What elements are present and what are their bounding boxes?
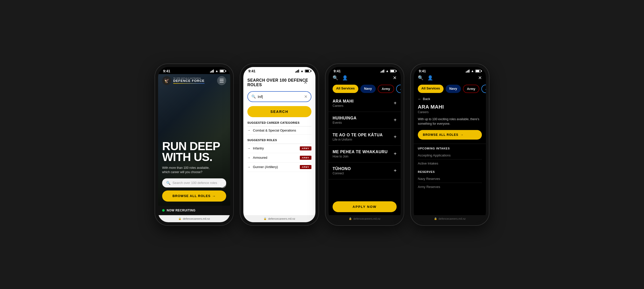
user-icon-4[interactable]: 👤 bbox=[427, 75, 433, 81]
menu-plus-1: + bbox=[394, 100, 397, 106]
chip-all-services-3[interactable]: All Services bbox=[333, 85, 358, 93]
search-bar-placeholder: Search over 100 defence roles bbox=[172, 181, 217, 185]
sub-item-accepting[interactable]: Accepting Applications bbox=[418, 151, 482, 159]
user-icon-3[interactable]: 👤 bbox=[342, 75, 348, 81]
back-link[interactable]: ← Back bbox=[414, 95, 486, 102]
url-bar-3: 🔒 defencecareers.mil.nz bbox=[329, 215, 401, 222]
sub-item-active[interactable]: Active Intakes bbox=[418, 159, 482, 167]
role-name-2: Armoured bbox=[253, 156, 297, 159]
menu-item-title-5: TŪHONO bbox=[333, 167, 351, 171]
signal-icon-2 bbox=[295, 70, 299, 73]
back-label: Back bbox=[423, 97, 430, 101]
reserves-section: RESERVES Navy Reserves Army Reserves bbox=[414, 169, 486, 192]
phone-2-search: 9:41 ▲ SEARCH OVER 100 DEFENCE ROLES ✕ bbox=[240, 64, 318, 225]
chip-airforce-4[interactable]: Air Force bbox=[481, 85, 486, 93]
url-text-2: defencecareers.mil.nz bbox=[268, 217, 295, 220]
role-name-3: Gunner (Artillery) bbox=[253, 165, 297, 169]
status-time-4: 9:41 bbox=[419, 69, 426, 73]
hero-search-bar[interactable]: 🔍 Search over 100 defence roles bbox=[162, 178, 226, 187]
suggested-roles-label: SUGGESTED ROLES bbox=[247, 139, 311, 144]
menu-item-huihuinga[interactable]: HUIHUINGA Events + bbox=[329, 112, 401, 129]
browse-all-roles-button-1[interactable]: BROWSE ALL ROLES → bbox=[162, 190, 226, 202]
chip-army-3[interactable]: Army bbox=[378, 85, 394, 93]
menu-item-ara-mahi[interactable]: ARA MAHI Careers + bbox=[329, 95, 401, 112]
menu-item-te-ao[interactable]: TE AO O TE OPE KĀTUA Life in Uniform + bbox=[329, 129, 401, 146]
chip-navy-3[interactable]: Navy bbox=[360, 85, 376, 93]
battery-icon-1 bbox=[220, 70, 225, 73]
menu-item-me-pehea[interactable]: ME PEHEA TE WHAKAURU How to Join + bbox=[329, 146, 401, 163]
signal-icon-4 bbox=[466, 70, 470, 73]
url-bar-1: 🔒 defencecareers.mil.nz bbox=[158, 215, 230, 222]
role-item-gunner[interactable]: → Gunner (Artillery) ARMY bbox=[247, 163, 311, 172]
status-bar-2: 9:41 ▲ bbox=[243, 67, 315, 74]
phone-4-ara-mahi: 9:41 ▲ 🔍 👤 ✕ All bbox=[411, 64, 489, 225]
filter-chips-3: All Services Navy Army Air Force bbox=[329, 83, 401, 95]
role-arrow-3: → bbox=[247, 165, 250, 169]
logo-title: DEFENCE FORCE bbox=[173, 79, 204, 83]
menu-item-left-5: TŪHONO Connect bbox=[333, 167, 351, 175]
role-item-armoured[interactable]: → Armoured ARMY bbox=[247, 153, 311, 163]
browse-btn-label-4: BROWSE ALL ROLES bbox=[423, 133, 458, 137]
menu-item-left-2: HUIHUINGA Events bbox=[333, 116, 357, 124]
modal-close-button[interactable]: ✕ bbox=[304, 80, 307, 85]
menu-item-subtitle-3: Life in Uniform bbox=[333, 138, 383, 141]
role-arrow-1: → bbox=[247, 147, 250, 150]
sub-item-navy-reserves[interactable]: Navy Reserves bbox=[418, 175, 482, 183]
modal-header: SEARCH OVER 100 DEFENCE ROLES ✕ bbox=[247, 78, 311, 87]
phone-3-menu: 9:41 ▲ 🔍 👤 ✕ All bbox=[326, 64, 404, 225]
close-icon-4[interactable]: ✕ bbox=[478, 75, 482, 81]
search-input-container[interactable]: 🔍 Inf| ✕ bbox=[247, 91, 311, 102]
lock-icon-2: 🔒 bbox=[264, 217, 267, 220]
status-time-2: 9:41 bbox=[248, 69, 255, 73]
role-badge-1: ARMY bbox=[300, 146, 312, 150]
chip-army-4[interactable]: Army bbox=[463, 85, 479, 93]
hamburger-menu[interactable] bbox=[217, 76, 226, 85]
menu-item-tuhono[interactable]: TŪHONO Connect + bbox=[329, 163, 401, 179]
browse-btn-arrow: → bbox=[212, 194, 216, 198]
signal-icon-1 bbox=[210, 70, 214, 73]
role-badge-2: ARMY bbox=[300, 156, 312, 160]
search-clear-button[interactable]: ✕ bbox=[304, 94, 307, 99]
role-arrow-2: → bbox=[247, 156, 250, 159]
role-item-infantry[interactable]: → Infantry ARMY bbox=[247, 144, 311, 153]
logo: 🦅 Te Ope Kātua o Aotearoa DEFENCE FORCE bbox=[162, 76, 204, 85]
search-button[interactable]: SEARCH bbox=[247, 106, 311, 117]
upcoming-intakes-title: UPCOMING INTAKES bbox=[418, 147, 482, 150]
reserves-title: RESERVES bbox=[418, 170, 482, 173]
menu-item-title-1: ARA MAHI bbox=[333, 99, 354, 104]
menu-item-subtitle-4: How to Join bbox=[333, 155, 388, 158]
browse-btn-label: BROWSE ALL ROLES bbox=[172, 194, 211, 198]
menu-plus-5: + bbox=[394, 168, 397, 174]
chip-navy-4[interactable]: Navy bbox=[446, 85, 461, 93]
logo-circle: 🦅 bbox=[162, 76, 171, 85]
phones-container: 9:41 ▲ 🦅 Te Ope K bbox=[155, 64, 489, 225]
role-name-1: Infantry bbox=[253, 146, 297, 150]
chip-all-services-4[interactable]: All Services bbox=[418, 85, 444, 93]
menu-item-title-3: TE AO O TE OPE KĀTUA bbox=[333, 133, 383, 137]
sub-item-army-reserves[interactable]: Army Reserves bbox=[418, 183, 482, 191]
ara-mahi-desc: With up to 100 exciting roles available,… bbox=[414, 115, 486, 128]
apply-now-button[interactable]: APPLY NOW bbox=[333, 201, 397, 212]
search-icon-3[interactable]: 🔍 bbox=[333, 75, 338, 81]
modal-title: SEARCH OVER 100 DEFENCE ROLES bbox=[247, 78, 311, 87]
close-icon-3[interactable]: ✕ bbox=[393, 75, 397, 81]
battery-icon-3 bbox=[390, 70, 396, 73]
pause-button[interactable]: ⏸ bbox=[219, 181, 226, 188]
now-recruiting-label: NOW RECRUITING bbox=[167, 209, 195, 212]
lock-icon-4: 🔒 bbox=[434, 217, 437, 220]
lock-icon-3: 🔒 bbox=[349, 217, 352, 220]
suggested-category-item[interactable]: → Combat & Special Operations bbox=[247, 126, 311, 135]
search-icon-4[interactable]: 🔍 bbox=[418, 75, 423, 81]
menu-item-left-4: ME PEHEA TE WHAKAURU How to Join bbox=[333, 150, 388, 158]
hero-subtext: With more than 100 roles available, whic… bbox=[162, 166, 218, 174]
lock-icon-1: 🔒 bbox=[178, 217, 181, 220]
browse-btn-arrow-4: → bbox=[460, 133, 464, 137]
recruiting-dot bbox=[162, 209, 165, 212]
status-icons-3: ▲ bbox=[380, 69, 396, 73]
top-icon-group-left-4: 🔍 👤 bbox=[418, 75, 433, 81]
search-input-field[interactable]: Inf| bbox=[258, 94, 302, 99]
top-icon-group-left: 🔍 👤 bbox=[333, 75, 348, 81]
browse-all-roles-button-4[interactable]: BROWSE ALL ROLES → bbox=[418, 130, 482, 140]
chip-airforce-3[interactable]: Air Force bbox=[396, 85, 401, 93]
url-bar-4: 🔒 defencecareers.mil.nz bbox=[414, 215, 486, 222]
